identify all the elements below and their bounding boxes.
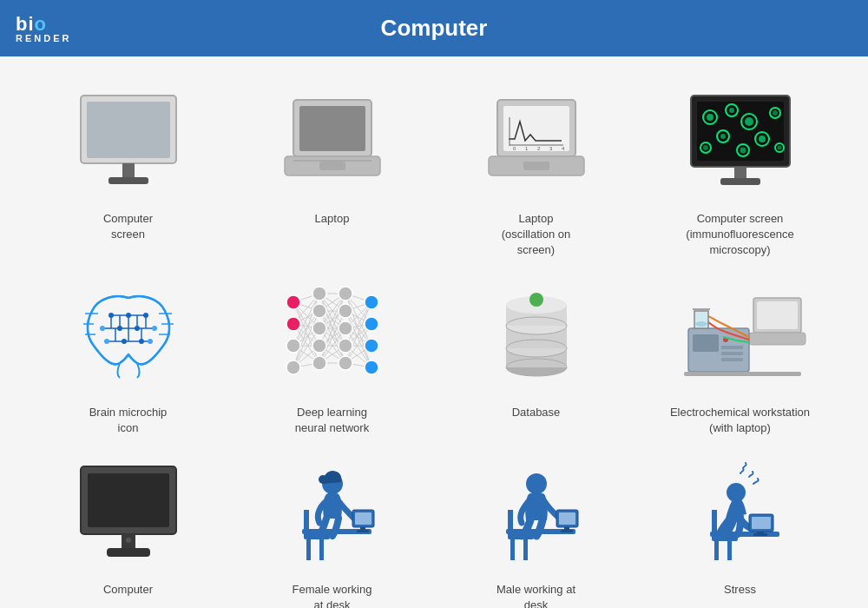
svg-rect-169 [757, 301, 798, 329]
svg-point-190 [319, 475, 327, 484]
item-label-laptop-oscillation: Laptop(oscillation onscreen) [502, 211, 571, 259]
svg-point-150 [339, 321, 352, 335]
svg-point-63 [135, 326, 140, 331]
svg-rect-40 [734, 167, 746, 180]
svg-rect-182 [107, 548, 150, 557]
icon-neural-network [263, 276, 402, 398]
svg-point-23 [707, 114, 713, 121]
item-database[interactable]: Database [434, 268, 638, 445]
item-computer-screen[interactable]: Computerscreen [26, 74, 230, 268]
svg-rect-187 [304, 510, 309, 536]
icon-database [467, 276, 606, 398]
svg-rect-172 [693, 334, 719, 352]
svg-point-141 [286, 339, 300, 353]
svg-point-31 [759, 135, 766, 142]
svg-rect-170 [749, 333, 806, 345]
svg-point-29 [720, 134, 726, 139]
svg-rect-202 [559, 512, 575, 525]
svg-point-145 [312, 321, 326, 335]
item-laptop-oscillation[interactable]: 0 1 2 3 4 Laptop(oscillation onscreen) [434, 74, 638, 268]
svg-rect-3 [108, 177, 148, 184]
svg-point-164 [529, 293, 543, 307]
svg-rect-209 [727, 541, 732, 560]
icon-computer-dark [59, 453, 198, 575]
svg-point-142 [286, 360, 300, 374]
svg-point-153 [365, 295, 378, 309]
item-label-computer-screen: Computerscreen [103, 211, 153, 242]
svg-rect-204 [561, 530, 573, 532]
svg-rect-212 [752, 517, 771, 529]
svg-rect-208 [714, 541, 719, 560]
svg-point-33 [703, 145, 708, 150]
svg-point-140 [286, 317, 300, 331]
svg-point-60 [143, 313, 148, 318]
item-brain-microchip[interactable]: Brain microchipicon [26, 268, 230, 445]
svg-point-148 [339, 287, 352, 301]
item-monitor-immuno[interactable]: Computer screen(immunofluorescencemicros… [638, 74, 842, 268]
svg-rect-180 [88, 473, 169, 527]
svg-point-156 [365, 360, 378, 374]
svg-point-35 [740, 148, 746, 154]
item-computer-dark[interactable]: Computer [26, 445, 230, 608]
item-female-desk[interactable]: Female workingat desk [230, 445, 434, 608]
icon-laptop [263, 83, 402, 204]
logo: bio RENDER [16, 14, 71, 43]
svg-point-139 [286, 295, 300, 309]
item-workstation[interactable]: Electrochemical workstation(with laptop) [638, 268, 842, 445]
svg-rect-176 [721, 358, 743, 361]
svg-point-146 [312, 339, 326, 353]
logo-bio: bio [16, 14, 71, 33]
item-label-monitor-immuno: Computer screen(immunofluorescencemicros… [686, 211, 793, 259]
svg-rect-2 [122, 163, 135, 179]
item-label-stress: Stress [724, 582, 756, 598]
svg-point-149 [339, 304, 352, 318]
item-label-female-desk: Female workingat desk [293, 582, 372, 608]
svg-rect-194 [357, 530, 369, 532]
item-laptop[interactable]: Laptop [230, 74, 434, 268]
item-label-neural-network: Deep learningneural network [295, 405, 369, 436]
svg-rect-10 [503, 106, 569, 151]
svg-point-62 [117, 326, 122, 331]
svg-rect-175 [721, 352, 743, 355]
icon-monitor-immuno [671, 83, 810, 204]
svg-point-68 [148, 339, 153, 344]
svg-point-177 [695, 321, 707, 327]
item-stress[interactable]: Stress [638, 445, 842, 608]
svg-point-155 [365, 339, 378, 353]
item-label-database: Database [512, 405, 561, 420]
svg-point-59 [126, 313, 131, 318]
item-label-brain-microchip: Brain microchipicon [89, 405, 168, 436]
svg-point-154 [365, 317, 378, 331]
item-male-desk[interactable]: Male working atdesk [434, 445, 638, 608]
svg-rect-41 [720, 178, 760, 185]
svg-rect-19 [523, 162, 549, 170]
icon-brain-microchip [59, 276, 198, 398]
svg-point-147 [312, 356, 326, 370]
svg-point-151 [339, 339, 352, 353]
icon-workstation [671, 276, 810, 398]
svg-point-66 [122, 339, 127, 344]
svg-point-200 [526, 473, 547, 494]
svg-point-61 [100, 326, 105, 331]
logo-render: RENDER [16, 33, 71, 43]
icon-computer-screen [59, 83, 198, 204]
page-title: Computer [381, 15, 488, 42]
svg-rect-174 [721, 346, 743, 349]
icon-female-desk [263, 453, 402, 575]
item-neural-network[interactable]: Deep learningneural network [230, 268, 434, 445]
item-label-male-desk: Male working atdesk [496, 582, 575, 608]
svg-point-152 [339, 356, 352, 370]
svg-point-67 [139, 339, 144, 344]
icon-male-desk [467, 453, 606, 575]
svg-rect-214 [753, 533, 767, 536]
svg-point-143 [312, 287, 326, 301]
svg-point-65 [104, 339, 109, 344]
page-header: bio RENDER Computer [0, 0, 868, 56]
svg-point-183 [126, 538, 131, 543]
icon-grid: Computerscreen Laptop [0, 56, 868, 608]
svg-rect-7 [319, 162, 345, 170]
svg-rect-178 [684, 372, 801, 376]
svg-point-39 [777, 146, 781, 150]
svg-point-64 [152, 326, 157, 331]
svg-point-210 [727, 483, 746, 502]
